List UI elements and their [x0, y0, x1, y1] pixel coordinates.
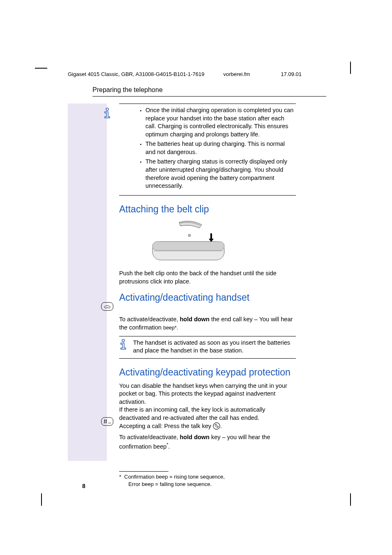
keypad-p3: Accepting a call: Press the talk key . [119, 422, 296, 431]
section-title: Preparing the telephone [92, 85, 326, 97]
filename: vorberei.fm [223, 71, 250, 78]
svg-rect-2 [101, 417, 113, 426]
talk-key-icon [213, 423, 220, 429]
heading-belt-clip: Attaching the belt clip [119, 203, 296, 216]
svg-rect-4 [152, 242, 224, 251]
crop-mark [350, 493, 351, 506]
date: 17.09.01 [281, 71, 302, 78]
footnote-separator [119, 471, 168, 472]
note-item: The battery charging status is correctly… [145, 158, 296, 190]
end-call-key-icon [99, 302, 115, 313]
note-item: Once the initial charging operation is c… [145, 106, 296, 138]
belt-clip-illustration [150, 219, 296, 267]
info-icon [119, 339, 127, 353]
header-metadata: Gigaset 4015 Classic, GBR, A31008-G4015-… [68, 71, 326, 78]
keypad-toggle-text: To activate/deactivate, hold down key – … [119, 433, 296, 451]
svg-point-6 [122, 339, 125, 342]
handset-text: To activate/deactivate, hold down the en… [119, 315, 296, 332]
svg-rect-1 [101, 302, 113, 311]
crop-mark [41, 493, 42, 506]
keypad-p1: You can disable the handset keys when ca… [119, 382, 296, 406]
section-title-text: Preparing the telephone [92, 86, 163, 93]
crop-mark [35, 68, 47, 69]
heading-handset: Activating/deactivating handset [119, 291, 296, 304]
decorative-left-bar [68, 104, 107, 461]
note-box-charging: Once the initial charging operation is c… [119, 104, 296, 196]
svg-point-0 [106, 108, 108, 111]
note-item: The batteries heat up during charging. T… [145, 140, 296, 156]
info-icon [99, 108, 115, 122]
footnote: * Confirmation beep = rising tone sequen… [119, 473, 296, 488]
heading-keypad: Activating/deactivating keypad protectio… [119, 366, 296, 379]
note-box-handset: The handset is activated as soon as you … [119, 336, 296, 359]
doc-id: Gigaset 4015 Classic, GBR, A31008-G4015-… [68, 71, 204, 78]
note-text: The handset is activated as soon as you … [133, 339, 296, 355]
page-number: 8 [82, 482, 85, 490]
hash-key-icon [99, 417, 115, 428]
crop-mark [350, 62, 351, 74]
belt-clip-text: Push the belt clip onto the back of the … [119, 269, 296, 286]
svg-point-5 [188, 234, 191, 237]
keypad-p2: If there is an incoming call, the key lo… [119, 406, 296, 422]
svg-point-7 [213, 422, 220, 429]
